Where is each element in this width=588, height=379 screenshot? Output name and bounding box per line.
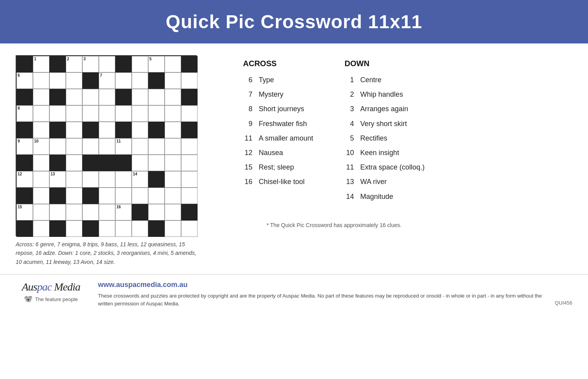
cell-10-3 bbox=[66, 220, 82, 237]
clue-text: Whip handles bbox=[360, 90, 403, 99]
cell-1-4 bbox=[82, 72, 99, 89]
cell-0-10 bbox=[181, 56, 198, 72]
cell-1-5: 7 bbox=[99, 72, 115, 89]
clue-number: 7 bbox=[243, 90, 252, 99]
cell-8-5 bbox=[99, 188, 115, 204]
cell-4-3 bbox=[66, 122, 82, 138]
cell-10-0 bbox=[16, 220, 33, 237]
cell-6-7 bbox=[132, 155, 148, 171]
right-panel: ACROSS 6Type7Mystery8Short journeys9Fres… bbox=[235, 55, 572, 266]
cell-4-6 bbox=[115, 122, 132, 138]
cell-3-4 bbox=[82, 105, 99, 122]
cell-2-7 bbox=[132, 89, 148, 105]
cell-10-10 bbox=[181, 220, 198, 237]
cell-3-0: 8 bbox=[16, 105, 33, 122]
footer-logo: Auspac Media 🐨 The feature people bbox=[16, 281, 86, 303]
clue-text: A smaller amount bbox=[259, 134, 313, 143]
cell-4-8 bbox=[148, 122, 165, 138]
clue-number: 5 bbox=[345, 134, 354, 143]
cell-9-7 bbox=[132, 204, 148, 220]
cell-2-10 bbox=[181, 89, 198, 105]
cell-2-6 bbox=[115, 89, 132, 105]
down-clue-5: 5Rectifies bbox=[345, 134, 425, 143]
cell-8-10 bbox=[181, 188, 198, 204]
clue-text: Centre bbox=[360, 75, 381, 85]
clue-text: Mystery bbox=[259, 90, 283, 99]
cell-0-7 bbox=[132, 56, 148, 72]
cell-9-6: 16 bbox=[115, 204, 132, 220]
cell-1-0: 6 bbox=[16, 72, 33, 89]
cell-6-10 bbox=[181, 155, 198, 171]
answers-text: Across: 6 genre, 7 enigma, 8 trips, 9 ba… bbox=[16, 240, 204, 266]
cell-8-2 bbox=[49, 188, 66, 204]
down-clue-1: 1Centre bbox=[345, 75, 425, 85]
cell-10-2 bbox=[49, 220, 66, 237]
clue-number: 11 bbox=[345, 162, 354, 172]
footer-url[interactable]: www.auspacmedia.com.au bbox=[98, 281, 543, 289]
clue-text: Keen insight bbox=[360, 148, 399, 158]
clues-container: ACROSS 6Type7Mystery8Short journeys9Fres… bbox=[243, 59, 572, 206]
cell-9-5 bbox=[99, 204, 115, 220]
clue-number: 14 bbox=[345, 192, 354, 202]
cell-3-7 bbox=[132, 105, 148, 122]
cell-10-8 bbox=[148, 220, 165, 237]
cell-2-8 bbox=[148, 89, 165, 105]
clue-number: 4 bbox=[345, 119, 354, 129]
cell-3-5 bbox=[99, 105, 115, 122]
cell-4-4 bbox=[82, 122, 99, 138]
down-section: DOWN 1Centre2Whip handles3Arranges again… bbox=[345, 59, 425, 206]
cell-5-8 bbox=[148, 138, 165, 155]
cell-1-10 bbox=[181, 72, 198, 89]
page-title: Quick Pic Crossword 11x11 bbox=[8, 11, 580, 32]
cell-1-1 bbox=[33, 72, 49, 89]
across-section: ACROSS 6Type7Mystery8Short journeys9Fres… bbox=[243, 59, 313, 206]
clue-text: Rectifies bbox=[360, 134, 387, 143]
footer-info: www.auspacmedia.com.au These crosswords … bbox=[98, 281, 543, 307]
clue-text: Freshwater fish bbox=[259, 119, 307, 129]
across-clue-12: 12Nausea bbox=[243, 148, 313, 158]
clue-text: Extra space (colloq.) bbox=[360, 162, 425, 172]
cell-0-4: 3 bbox=[82, 56, 99, 72]
down-clue-14: 14Magnitude bbox=[345, 192, 425, 202]
cell-10-1 bbox=[33, 220, 49, 237]
clue-number: 9 bbox=[243, 119, 252, 129]
cell-9-10 bbox=[181, 204, 198, 220]
cell-4-2 bbox=[49, 122, 66, 138]
across-clue-7: 7Mystery bbox=[243, 90, 313, 99]
clue-text: Nausea bbox=[259, 148, 283, 158]
across-clue-6: 6Type bbox=[243, 75, 313, 85]
clue-number: 15 bbox=[243, 162, 252, 172]
footnote: * The Quick Pic Crossword has approximat… bbox=[243, 222, 572, 228]
cell-0-3: 2 bbox=[66, 56, 82, 72]
cell-8-1 bbox=[33, 188, 49, 204]
cell-8-4 bbox=[82, 188, 99, 204]
cell-9-4 bbox=[82, 204, 99, 220]
cell-5-0: 9 bbox=[16, 138, 33, 155]
cell-10-7 bbox=[132, 220, 148, 237]
clue-text: Short journeys bbox=[259, 104, 304, 114]
cell-7-4 bbox=[82, 171, 99, 188]
cell-6-9 bbox=[165, 155, 181, 171]
cell-8-7 bbox=[132, 188, 148, 204]
cell-7-1 bbox=[33, 171, 49, 188]
footer-code: QUI456 bbox=[555, 300, 572, 306]
clue-number: 10 bbox=[345, 148, 354, 158]
cell-0-9 bbox=[165, 56, 181, 72]
across-clue-9: 9Freshwater fish bbox=[243, 119, 313, 129]
cell-10-4 bbox=[82, 220, 99, 237]
cell-4-1 bbox=[33, 122, 49, 138]
down-clue-10: 10Keen insight bbox=[345, 148, 425, 158]
cell-7-9 bbox=[165, 171, 181, 188]
footer-copyright: These crosswords and puzzles are protect… bbox=[98, 292, 543, 307]
down-clue-13: 13WA river bbox=[345, 177, 425, 187]
cell-7-8 bbox=[148, 171, 165, 188]
clue-number: 16 bbox=[243, 177, 252, 187]
cell-9-2 bbox=[49, 204, 66, 220]
clue-text: Chisel-like tool bbox=[259, 177, 305, 187]
cell-7-7: 14 bbox=[132, 171, 148, 188]
clue-number: 2 bbox=[345, 90, 354, 99]
cell-1-2 bbox=[49, 72, 66, 89]
cell-5-3 bbox=[66, 138, 82, 155]
cell-8-9 bbox=[165, 188, 181, 204]
cell-3-9 bbox=[165, 105, 181, 122]
